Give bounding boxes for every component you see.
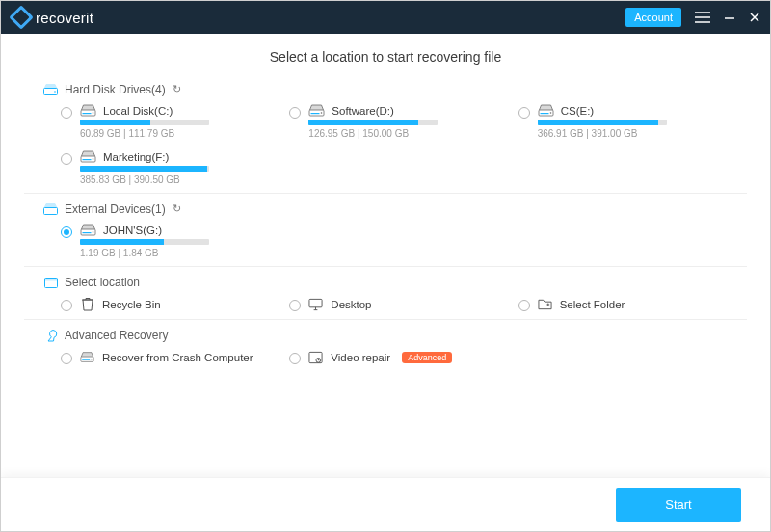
radio-button[interactable] [289,107,301,119]
section-label: External Devices(1) [65,202,166,216]
usage-bar [308,120,438,125]
page-title: Select a location to start recovering fi… [1,49,770,65]
usage-bar [80,239,209,245]
svg-rect-9 [540,113,548,114]
start-button[interactable]: Start [616,488,741,522]
svg-rect-6 [311,113,320,114]
svg-point-17 [93,231,94,233]
section-label: Select location [65,276,140,289]
svg-rect-14 [44,207,58,214]
option-label: Select Folder [560,299,625,310]
svg-rect-12 [83,159,92,160]
section-header-loc: Select location [43,275,728,289]
divider [24,193,747,194]
location-section-icon [43,275,58,289]
divider [24,266,747,267]
menu-icon[interactable] [695,12,710,23]
location-grid: Recycle Bin Desktop Select Folder [61,297,728,311]
svg-rect-20 [309,299,322,306]
svg-point-13 [93,158,94,160]
radio-button[interactable] [61,300,72,311]
usage-bar [80,120,209,125]
option-item[interactable]: Recover from Crash Computer [61,350,270,364]
disk-icon [538,104,554,117]
section-header-ext: External Devices(1) ↻ [43,201,728,216]
titlebar: recoverit Account [1,1,770,34]
refresh-icon[interactable]: ↻ [173,83,181,95]
radio-button[interactable] [61,107,72,119]
svg-point-23 [91,359,92,359]
drive-label: Local Disk(C:) [103,105,173,117]
external-section-icon [43,201,58,216]
drive-size: 126.95 GB | 150.00 GB [308,128,438,139]
drive-item[interactable]: JOHN'S(G:) 1.19 GB | 1.84 GB [61,224,270,258]
drive-size: 1.19 GB | 1.84 GB [80,248,209,258]
svg-rect-22 [82,359,90,360]
section-header-adv: Advanced Recovery [43,328,728,342]
drive-item[interactable]: Software(D:) 126.95 GB | 150.00 GB [289,104,498,139]
usage-bar [538,120,667,125]
svg-rect-16 [83,232,92,233]
option-label: Recycle Bin [102,299,161,310]
drive-section-icon [43,82,58,96]
section-label: Advanced Recovery [65,329,168,342]
badge: Advanced [402,352,452,363]
disk-icon [80,104,96,117]
advanced-grid: Recover from Crash Computer Video repair… [61,350,728,364]
video-icon [308,350,323,364]
disk-icon [80,150,96,163]
radio-button[interactable] [61,226,72,238]
option-label: Video repair [331,352,390,363]
divider [24,319,747,320]
option-item[interactable]: Recycle Bin [61,297,270,311]
footer: Start [1,477,770,531]
usage-bar [80,166,209,172]
brand-name: recoverit [36,10,93,26]
minimize-icon[interactable] [724,12,735,23]
drive-size: 366.91 GB | 391.00 GB [538,128,667,139]
monitor-icon [308,297,323,311]
option-label: Desktop [331,299,371,310]
drive-size: 60.89 GB | 111.79 GB [80,128,209,139]
drive-item[interactable]: Local Disk(C:) 60.89 GB | 111.79 GB [61,104,270,139]
radio-button[interactable] [61,353,72,364]
svg-rect-3 [83,113,92,114]
radio-button[interactable] [61,153,72,165]
svg-point-1 [54,91,56,93]
svg-point-7 [321,112,323,114]
drive-label: JOHN'S(G:) [103,225,162,236]
option-item[interactable]: Desktop [289,297,498,311]
account-button[interactable]: Account [625,8,681,27]
drive-label: CS(E:) [561,105,595,117]
radio-button[interactable] [518,300,530,311]
svg-point-4 [93,112,94,114]
svg-rect-19 [44,278,57,280]
close-icon[interactable] [749,12,760,23]
folder-icon [538,297,552,311]
disk-icon [308,104,325,117]
drive-item[interactable]: Marketing(F:) 385.83 GB | 390.50 GB [61,150,270,185]
disk-icon [80,350,94,364]
brand-logo-icon [9,5,33,29]
option-item[interactable]: Select Folder [518,297,728,311]
brand: recoverit [13,9,93,26]
drive-label: Marketing(F:) [103,151,169,163]
drive-label: Software(D:) [332,105,394,117]
drive-item[interactable]: CS(E:) 366.91 GB | 391.00 GB [518,104,728,139]
option-label: Recover from Crash Computer [102,352,253,363]
section-header-hdd: Hard Disk Drives(4) ↻ [43,82,728,96]
option-item[interactable]: Video repair Advanced [289,350,498,364]
ext-grid: JOHN'S(G:) 1.19 GB | 1.84 GB [61,224,728,258]
disk-icon [80,224,96,236]
svg-point-10 [549,112,551,114]
radio-button[interactable] [289,353,301,364]
advanced-section-icon [43,328,58,342]
trash-icon [80,297,94,311]
radio-button[interactable] [518,107,530,119]
hdd-grid: Local Disk(C:) 60.89 GB | 111.79 GB Soft… [61,104,728,185]
drive-size: 385.83 GB | 390.50 GB [80,174,209,185]
radio-button[interactable] [289,300,301,311]
section-label: Hard Disk Drives(4) [65,83,166,96]
refresh-icon[interactable]: ↻ [173,202,181,215]
